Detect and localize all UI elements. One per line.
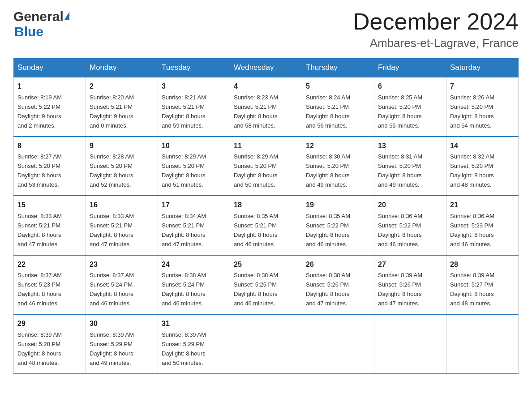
day-info: Sunrise: 8:36 AMSunset: 5:22 PMDaylight:… (378, 213, 422, 248)
day-info: Sunrise: 8:29 AMSunset: 5:20 PMDaylight:… (162, 153, 206, 188)
day-header-wednesday: Wednesday (230, 59, 302, 77)
day-info: Sunrise: 8:35 AMSunset: 5:22 PMDaylight:… (306, 213, 350, 248)
calendar-cell (302, 314, 374, 373)
calendar-cell: 1Sunrise: 8:19 AMSunset: 5:22 PMDaylight… (14, 77, 86, 136)
calendar-cell: 4Sunrise: 8:23 AMSunset: 5:21 PMDaylight… (230, 77, 302, 136)
calendar-cell: 15Sunrise: 8:33 AMSunset: 5:21 PMDayligh… (14, 196, 86, 255)
day-number: 1 (17, 81, 82, 92)
week-row-5: 29Sunrise: 8:39 AMSunset: 5:28 PMDayligh… (14, 314, 519, 373)
calendar-cell: 29Sunrise: 8:39 AMSunset: 5:28 PMDayligh… (14, 314, 86, 373)
day-info: Sunrise: 8:33 AMSunset: 5:21 PMDaylight:… (90, 213, 134, 248)
day-number: 25 (234, 259, 298, 270)
calendar-cell: 25Sunrise: 8:38 AMSunset: 5:25 PMDayligh… (230, 255, 302, 314)
day-number: 6 (378, 81, 442, 92)
day-info: Sunrise: 8:39 AMSunset: 5:29 PMDaylight:… (90, 331, 134, 366)
day-number: 3 (162, 81, 226, 92)
day-info: Sunrise: 8:19 AMSunset: 5:22 PMDaylight:… (17, 94, 62, 129)
week-row-2: 8Sunrise: 8:27 AMSunset: 5:20 PMDaylight… (14, 137, 519, 196)
day-number: 19 (306, 200, 370, 211)
day-info: Sunrise: 8:20 AMSunset: 5:21 PMDaylight:… (90, 94, 134, 129)
day-number: 4 (234, 81, 298, 92)
day-number: 28 (450, 259, 515, 270)
day-info: Sunrise: 8:38 AMSunset: 5:26 PMDaylight:… (306, 272, 350, 307)
calendar-cell: 5Sunrise: 8:24 AMSunset: 5:21 PMDaylight… (302, 77, 374, 136)
calendar-cell: 13Sunrise: 8:31 AMSunset: 5:20 PMDayligh… (374, 137, 446, 196)
day-header-monday: Monday (86, 59, 158, 77)
day-number: 11 (234, 141, 298, 152)
logo-triangle-icon (64, 12, 69, 20)
logo-general-text: General (13, 9, 64, 24)
day-number: 29 (17, 318, 82, 330)
calendar-cell: 7Sunrise: 8:26 AMSunset: 5:20 PMDaylight… (446, 77, 519, 136)
day-info: Sunrise: 8:26 AMSunset: 5:20 PMDaylight:… (450, 94, 494, 129)
calendar-cell: 16Sunrise: 8:33 AMSunset: 5:21 PMDayligh… (86, 196, 158, 255)
calendar-cell: 30Sunrise: 8:39 AMSunset: 5:29 PMDayligh… (86, 314, 158, 373)
day-number: 10 (162, 141, 226, 152)
calendar-cell: 11Sunrise: 8:29 AMSunset: 5:20 PMDayligh… (230, 137, 302, 196)
day-number: 18 (234, 200, 298, 211)
calendar-cell: 10Sunrise: 8:29 AMSunset: 5:20 PMDayligh… (158, 137, 230, 196)
day-info: Sunrise: 8:39 AMSunset: 5:29 PMDaylight:… (162, 331, 206, 366)
day-info: Sunrise: 8:37 AMSunset: 5:24 PMDaylight:… (90, 272, 134, 307)
day-number: 2 (90, 81, 154, 92)
day-info: Sunrise: 8:27 AMSunset: 5:20 PMDaylight:… (17, 153, 62, 188)
day-number: 30 (90, 318, 154, 330)
day-header-friday: Friday (374, 59, 446, 77)
day-number: 31 (162, 318, 226, 330)
calendar-cell: 28Sunrise: 8:39 AMSunset: 5:27 PMDayligh… (446, 255, 519, 314)
logo: General Blue (13, 9, 69, 39)
day-info: Sunrise: 8:38 AMSunset: 5:25 PMDaylight:… (234, 272, 278, 307)
day-info: Sunrise: 8:39 AMSunset: 5:27 PMDaylight:… (450, 272, 494, 307)
month-title: December 2024 (353, 9, 519, 34)
day-number: 17 (162, 200, 226, 211)
day-info: Sunrise: 8:39 AMSunset: 5:28 PMDaylight:… (17, 331, 62, 366)
day-info: Sunrise: 8:31 AMSunset: 5:20 PMDaylight:… (378, 153, 422, 188)
day-info: Sunrise: 8:32 AMSunset: 5:20 PMDaylight:… (450, 153, 494, 188)
calendar-cell: 21Sunrise: 8:36 AMSunset: 5:23 PMDayligh… (446, 196, 519, 255)
logo-blue-text: Blue (14, 24, 43, 39)
day-number: 16 (90, 200, 154, 211)
week-row-3: 15Sunrise: 8:33 AMSunset: 5:21 PMDayligh… (14, 196, 519, 255)
page-header: General Blue December 2024 Ambares-et-La… (13, 9, 519, 50)
location-title: Ambares-et-Lagrave, France (353, 36, 519, 50)
day-number: 27 (378, 259, 442, 270)
title-block: December 2024 Ambares-et-Lagrave, France (353, 9, 519, 50)
day-number: 5 (306, 81, 370, 92)
day-number: 13 (378, 141, 442, 152)
day-number: 8 (17, 141, 82, 152)
day-number: 9 (90, 141, 154, 152)
calendar-cell: 24Sunrise: 8:38 AMSunset: 5:24 PMDayligh… (158, 255, 230, 314)
day-info: Sunrise: 8:21 AMSunset: 5:21 PMDaylight:… (162, 94, 206, 129)
calendar-cell (446, 314, 519, 373)
calendar-cell (230, 314, 302, 373)
day-number: 22 (17, 259, 82, 270)
calendar-table: SundayMondayTuesdayWednesdayThursdayFrid… (13, 58, 519, 374)
day-info: Sunrise: 8:34 AMSunset: 5:21 PMDaylight:… (162, 213, 206, 248)
day-number: 23 (90, 259, 154, 270)
calendar-cell: 26Sunrise: 8:38 AMSunset: 5:26 PMDayligh… (302, 255, 374, 314)
day-number: 24 (162, 259, 226, 270)
day-info: Sunrise: 8:25 AMSunset: 5:20 PMDaylight:… (378, 94, 422, 129)
calendar-cell: 19Sunrise: 8:35 AMSunset: 5:22 PMDayligh… (302, 196, 374, 255)
calendar-cell: 23Sunrise: 8:37 AMSunset: 5:24 PMDayligh… (86, 255, 158, 314)
day-info: Sunrise: 8:23 AMSunset: 5:21 PMDaylight:… (234, 94, 278, 129)
calendar-cell: 22Sunrise: 8:37 AMSunset: 5:23 PMDayligh… (14, 255, 86, 314)
calendar-cell (374, 314, 446, 373)
day-info: Sunrise: 8:29 AMSunset: 5:20 PMDaylight:… (234, 153, 278, 188)
day-info: Sunrise: 8:38 AMSunset: 5:24 PMDaylight:… (162, 272, 206, 307)
calendar-cell: 17Sunrise: 8:34 AMSunset: 5:21 PMDayligh… (158, 196, 230, 255)
week-row-4: 22Sunrise: 8:37 AMSunset: 5:23 PMDayligh… (14, 255, 519, 314)
calendar-cell: 8Sunrise: 8:27 AMSunset: 5:20 PMDaylight… (14, 137, 86, 196)
calendar-cell: 18Sunrise: 8:35 AMSunset: 5:21 PMDayligh… (230, 196, 302, 255)
day-number: 26 (306, 259, 370, 270)
day-info: Sunrise: 8:37 AMSunset: 5:23 PMDaylight:… (17, 272, 62, 307)
day-number: 12 (306, 141, 370, 152)
day-number: 15 (17, 200, 82, 211)
days-header-row: SundayMondayTuesdayWednesdayThursdayFrid… (14, 59, 519, 77)
day-number: 14 (450, 141, 515, 152)
week-row-1: 1Sunrise: 8:19 AMSunset: 5:22 PMDaylight… (14, 77, 519, 136)
day-info: Sunrise: 8:39 AMSunset: 5:26 PMDaylight:… (378, 272, 422, 307)
day-header-thursday: Thursday (302, 59, 374, 77)
calendar-cell: 20Sunrise: 8:36 AMSunset: 5:22 PMDayligh… (374, 196, 446, 255)
day-number: 21 (450, 200, 515, 211)
